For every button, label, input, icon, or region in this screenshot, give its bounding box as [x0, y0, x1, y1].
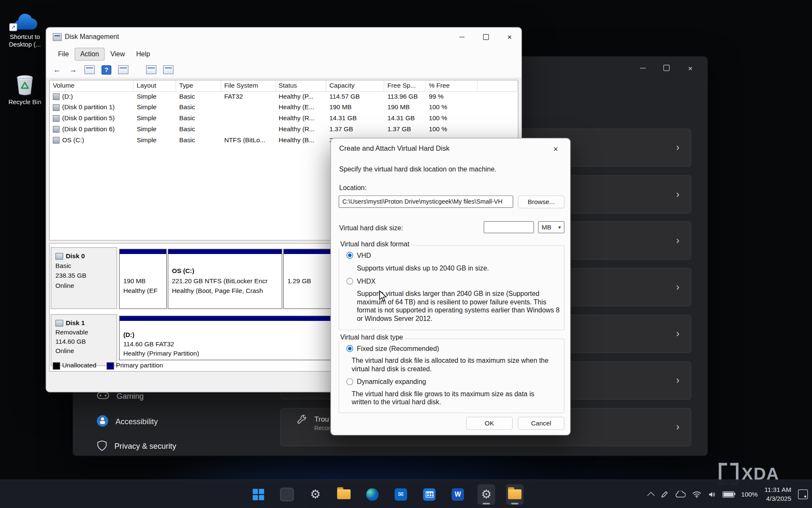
- close-button[interactable]: ×: [498, 28, 521, 47]
- close-icon: ×: [688, 64, 693, 72]
- title-bar[interactable]: Disk Management ×: [46, 28, 521, 47]
- chevron-right-icon: ›: [676, 328, 680, 340]
- speaker-icon[interactable]: [708, 491, 716, 498]
- dialog-close-button[interactable]: ×: [547, 143, 564, 156]
- cell: Healthy (E...: [275, 102, 326, 113]
- cell: 14.31 GB: [326, 113, 384, 124]
- settings-pinned-button[interactable]: ⚙: [307, 484, 324, 505]
- action-pane-icon[interactable]: [146, 65, 156, 74]
- cell: NTFS (BitLo...: [221, 135, 276, 146]
- desktop-icon-recycle-bin[interactable]: Recycle Bin: [1, 69, 49, 106]
- menu-file[interactable]: File: [52, 48, 75, 61]
- cell: Simple: [134, 113, 176, 124]
- sidebar-item-label: Accessibility: [115, 417, 158, 425]
- pen-icon[interactable]: [660, 490, 669, 499]
- disk0-partition-os[interactable]: OS (C:) 221.20 GB NTFS (BitLocker Encr H…: [168, 249, 283, 309]
- accessibility-icon: [97, 415, 108, 427]
- volume-icon: [53, 126, 60, 133]
- tray-expand-icon[interactable]: [647, 491, 655, 499]
- sidebar-item-privacy[interactable]: Privacy & security: [88, 436, 273, 456]
- close-button[interactable]: ×: [678, 60, 702, 76]
- column-header[interactable]: Free Sp...: [384, 80, 426, 92]
- file-explorer-button[interactable]: [335, 484, 353, 505]
- table-row[interactable]: (Disk 0 partition 1) Simple Basic Health…: [50, 102, 518, 113]
- cell: Simple: [134, 135, 176, 146]
- mail-icon: ✉: [395, 488, 407, 500]
- minimize-button[interactable]: [631, 60, 654, 76]
- cell: Simple: [134, 102, 176, 113]
- wifi-icon[interactable]: [692, 491, 701, 498]
- folder-icon: [337, 489, 351, 499]
- column-header[interactable]: File System: [221, 80, 276, 92]
- column-header[interactable]: Capacity: [326, 80, 384, 92]
- column-header[interactable]: Type: [176, 80, 221, 92]
- volume-icon: [53, 137, 60, 144]
- dialog-intro: Specify the virtual hard disk location o…: [339, 166, 497, 174]
- edge-button[interactable]: [364, 484, 381, 505]
- fixed-size-description: The virtual hard disk file is allocated …: [351, 356, 554, 373]
- legend-view-icon[interactable]: [163, 65, 173, 74]
- vhdx-label[interactable]: VHDX: [357, 277, 376, 285]
- fixed-size-label[interactable]: Fixed size (Recommended): [357, 345, 439, 352]
- disk0-info[interactable]: Disk 0 Basic 238.35 GB Online: [51, 247, 117, 309]
- onedrive-icon[interactable]: [675, 491, 686, 498]
- disk-status: Online: [55, 281, 112, 291]
- start-button[interactable]: [250, 484, 267, 505]
- table-row[interactable]: (D:) Simple Basic FAT32 Healthy (P... 11…: [50, 91, 518, 102]
- menu-view[interactable]: View: [104, 48, 130, 61]
- dynamic-label[interactable]: Dynamically expanding: [357, 378, 426, 386]
- settings-running-button[interactable]: ⚙: [477, 484, 495, 505]
- size-unit-dropdown[interactable]: MB ▾: [538, 221, 564, 233]
- partition-label: OS (C:) 221.20 GB NTFS (BitLocker Encr H…: [172, 266, 280, 296]
- cancel-button[interactable]: Cancel: [518, 417, 564, 430]
- clock[interactable]: 11:31 AM 4/3/2025: [764, 486, 791, 503]
- menu-action[interactable]: Action: [74, 48, 104, 61]
- word-button[interactable]: W: [449, 484, 467, 505]
- help-icon[interactable]: ?: [102, 65, 111, 75]
- location-input[interactable]: [339, 196, 513, 208]
- cell: 99 %: [426, 91, 477, 102]
- recycle-bin-icon: [1, 69, 49, 97]
- properties-icon[interactable]: [118, 65, 128, 74]
- size-input[interactable]: [484, 221, 534, 233]
- notification-center-icon[interactable]: [798, 489, 808, 499]
- outlook-button[interactable]: ✉: [392, 484, 410, 505]
- battery-icon[interactable]: [722, 491, 734, 497]
- cell: Basic: [176, 113, 221, 124]
- console-tree-icon[interactable]: [85, 65, 95, 74]
- file-explorer-running-button[interactable]: [506, 484, 524, 505]
- desktop-icon-shortcut[interactable]: ↗ Shortcut to Desktop (...: [1, 4, 49, 49]
- toolbar: ← → ?: [46, 62, 521, 78]
- cell: Simple: [134, 124, 176, 135]
- dynamic-radio[interactable]: [346, 378, 353, 385]
- forward-icon[interactable]: →: [69, 65, 78, 74]
- column-header[interactable]: Layout: [134, 80, 176, 92]
- table-row[interactable]: (Disk 0 partition 5) Simple Basic Health…: [50, 113, 518, 124]
- disk1-info[interactable]: Disk 1 Removable 114.60 GB Online: [51, 314, 117, 366]
- folder-icon: [508, 489, 521, 499]
- maximize-button[interactable]: [474, 28, 497, 47]
- column-header[interactable]: % Free: [426, 80, 477, 92]
- maximize-icon: [483, 34, 488, 40]
- disk-name: Disk 1: [66, 318, 85, 328]
- maximize-button[interactable]: [655, 60, 678, 76]
- browse-button[interactable]: Browse...: [518, 196, 564, 209]
- calendar-icon: [423, 488, 435, 500]
- vhd-label[interactable]: VHD: [357, 251, 371, 259]
- sidebar-item-accessibility[interactable]: Accessibility: [88, 411, 273, 431]
- pinned-app-button[interactable]: [278, 484, 296, 505]
- cell: 114.57 GB: [326, 91, 384, 102]
- ok-button[interactable]: OK: [466, 417, 513, 430]
- vhdx-radio[interactable]: [346, 278, 353, 284]
- menu-help[interactable]: Help: [131, 48, 156, 61]
- calendar-button[interactable]: [420, 484, 438, 505]
- column-header[interactable]: Volume: [50, 80, 134, 92]
- table-row[interactable]: (Disk 0 partition 6) Simple Basic Health…: [50, 124, 518, 135]
- vhd-radio[interactable]: [346, 252, 353, 259]
- fixed-size-radio[interactable]: [346, 345, 353, 352]
- disk0-partition-1[interactable]: 190 MB Healthy (EF: [119, 249, 167, 309]
- format-group-label: Virtual hard disk format: [338, 240, 411, 248]
- back-icon[interactable]: ←: [52, 65, 62, 74]
- minimize-button[interactable]: [450, 28, 474, 47]
- column-header[interactable]: Status: [275, 80, 326, 92]
